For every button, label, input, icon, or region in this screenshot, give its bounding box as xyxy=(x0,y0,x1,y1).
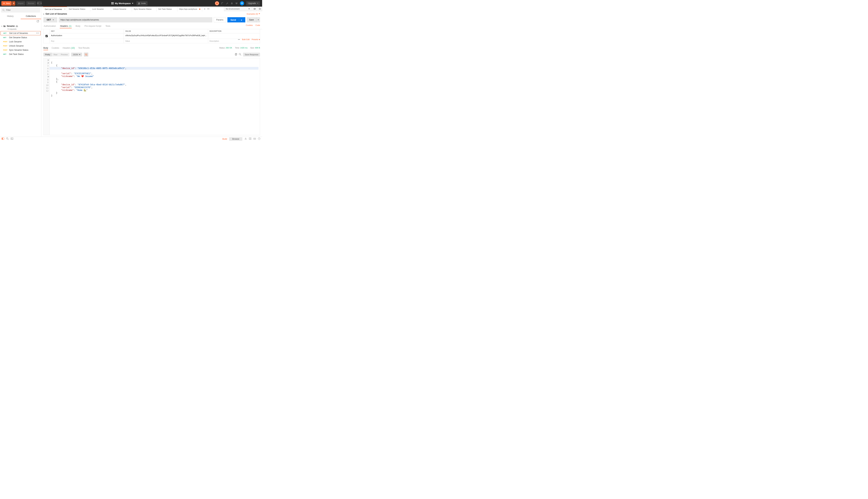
new-dropdown[interactable] xyxy=(12,1,15,5)
sidebar-request-2[interactable]: POST Lock Sesame xyxy=(0,40,41,44)
import-button[interactable]: Import xyxy=(16,1,25,5)
heart-icon[interactable] xyxy=(235,2,238,5)
console-icon[interactable] xyxy=(11,137,13,141)
tab-0[interactable]: Get List of Sesames× xyxy=(43,7,67,11)
params-button[interactable]: Params xyxy=(214,17,226,22)
search-icon xyxy=(2,9,5,11)
new-button[interactable]: ＋ New xyxy=(1,1,12,5)
sidebar-tab-collections[interactable]: Collections xyxy=(21,14,41,19)
code-link[interactable]: Code xyxy=(255,24,260,28)
tab-4[interactable]: Sync Sesame Status xyxy=(132,7,156,11)
tabs-row: Get List of Sesames× Get Sesame Status L… xyxy=(41,7,262,11)
view-preview[interactable]: Preview xyxy=(59,53,70,57)
sidebar-request-4[interactable]: POST Sync Sesame Status xyxy=(0,48,41,52)
satellite-icon[interactable] xyxy=(221,2,224,5)
sidebar-request-3[interactable]: POST Unlock Sesame xyxy=(0,44,41,48)
sidebar-request-1[interactable]: GET Get Sesame Status xyxy=(0,35,41,40)
sync-icon[interactable] xyxy=(215,1,219,5)
tab-menu-button[interactable]: ••• xyxy=(207,8,210,10)
bootcamp-icon[interactable] xyxy=(244,137,247,141)
dots-icon[interactable]: ••• xyxy=(36,32,39,34)
sidebar-tab-history[interactable]: History xyxy=(0,14,21,19)
headers-menu-icon[interactable]: ••• xyxy=(238,38,240,40)
dirty-dot-icon xyxy=(199,9,200,10)
chevron-down-icon xyxy=(132,3,133,4)
chevron-down-icon xyxy=(241,20,242,21)
build-button[interactable]: Build xyxy=(222,138,227,140)
header-value-placeholder[interactable]: Value xyxy=(124,39,208,43)
avatar[interactable]: H xyxy=(240,1,244,5)
resptab-headers[interactable]: Headers (10) xyxy=(63,47,75,50)
examples-link[interactable]: Examples (0) xyxy=(247,13,260,15)
sidebar-toggle-icon[interactable] xyxy=(2,137,4,141)
tab-5[interactable]: Get Task Status xyxy=(156,7,177,11)
send-button[interactable]: Send xyxy=(227,17,245,22)
resptab-cookies[interactable]: Cookies xyxy=(52,47,59,50)
tab-3[interactable]: Unlock Sesame xyxy=(111,7,132,11)
new-collection-icon[interactable] xyxy=(37,20,39,23)
find-icon[interactable] xyxy=(6,137,9,141)
view-pretty[interactable]: Pretty xyxy=(43,53,52,57)
collection-name: Sesame xyxy=(7,25,15,27)
header-value-cell[interactable]: cWohsZIpSvylPuzXHIzzInPjkFsAwJEzuVFSmbwF… xyxy=(124,33,208,39)
resptab-body[interactable]: Body xyxy=(43,47,48,50)
body-view-mode: Pretty Raw Preview xyxy=(43,53,70,57)
sidebar-request-0[interactable]: GET Get List of Sesames ••• xyxy=(1,31,41,35)
two-pane-icon[interactable] xyxy=(249,137,251,141)
reqtab-tests[interactable]: Tests xyxy=(105,24,111,28)
body-lang-dropdown[interactable]: JSON xyxy=(71,53,82,57)
collection-header[interactable]: ▾ Sesame xyxy=(0,24,41,28)
tab-1[interactable]: Get Sesame Status xyxy=(67,7,90,11)
reqtab-body[interactable]: Body xyxy=(75,24,80,28)
bulk-edit-link[interactable]: Bulk Edit xyxy=(242,38,250,40)
header-desc-cell[interactable] xyxy=(208,33,260,39)
invite-button[interactable]: Invite xyxy=(137,1,147,5)
svg-point-4 xyxy=(3,9,4,10)
response-body[interactable]: 123456 789101112 [ { "device_id": "b5616… xyxy=(43,58,260,135)
copy-icon[interactable] xyxy=(235,53,237,56)
save-response-button[interactable]: Save Response xyxy=(243,53,260,57)
reqtab-authorization[interactable]: Authorization xyxy=(43,24,56,28)
reqtab-headers[interactable]: Headers (1) xyxy=(60,24,72,28)
environment-dropdown[interactable]: No Environment xyxy=(224,7,252,11)
presets-link[interactable]: Presets xyxy=(252,38,260,40)
wrap-button[interactable] xyxy=(84,52,88,57)
help-icon[interactable] xyxy=(258,137,260,141)
env-preview-button[interactable] xyxy=(252,7,257,11)
th-key: KEY xyxy=(49,29,124,33)
browse-button[interactable]: Browse xyxy=(229,137,242,141)
save-dropdown[interactable] xyxy=(256,17,260,22)
upgrade-button[interactable]: Upgrade xyxy=(246,1,260,5)
runner-button[interactable]: Runner xyxy=(26,1,36,5)
resptab-tests[interactable]: Test Results xyxy=(78,47,90,50)
cookies-link[interactable]: Cookies xyxy=(246,24,253,28)
close-icon[interactable]: × xyxy=(64,8,65,10)
view-raw[interactable]: Raw xyxy=(52,53,59,57)
topbar-right: H Upgrade xyxy=(215,1,261,5)
wrench-icon[interactable] xyxy=(226,2,228,5)
header-key-cell[interactable]: Authorization xyxy=(49,33,124,39)
svg-point-3 xyxy=(221,4,222,4)
breadcrumb-caret-icon[interactable]: ▸ xyxy=(43,13,45,15)
svg-rect-16 xyxy=(249,138,250,140)
new-window-button[interactable] xyxy=(37,1,42,5)
tab-6[interactable]: https://api.candyhous xyxy=(177,7,202,11)
search-icon[interactable] xyxy=(239,53,241,56)
sidebar-request-5[interactable]: GET Get Task Status xyxy=(0,52,41,56)
method-dropdown[interactable]: GET xyxy=(43,17,57,22)
header-row-checkbox[interactable] xyxy=(46,35,48,37)
people-icon xyxy=(16,25,18,27)
env-settings-button[interactable] xyxy=(257,7,262,11)
workspace-dropdown[interactable]: My Workspace xyxy=(109,1,136,5)
reqtab-prerequest[interactable]: Pre-request Script xyxy=(84,24,102,28)
save-button[interactable]: Save xyxy=(247,17,256,22)
chevron-down-icon xyxy=(13,3,14,4)
filter-box[interactable] xyxy=(1,8,40,13)
url-input[interactable]: https://api.candyhouse.co/public/sesames xyxy=(59,17,212,22)
new-tab-button[interactable]: + xyxy=(204,8,205,11)
tab-2[interactable]: Lock Sesame xyxy=(90,7,111,11)
header-key-placeholder[interactable]: Key xyxy=(49,39,124,43)
keyboard-icon[interactable] xyxy=(253,137,256,141)
filter-input[interactable] xyxy=(6,9,39,11)
bell-icon[interactable] xyxy=(230,2,233,5)
